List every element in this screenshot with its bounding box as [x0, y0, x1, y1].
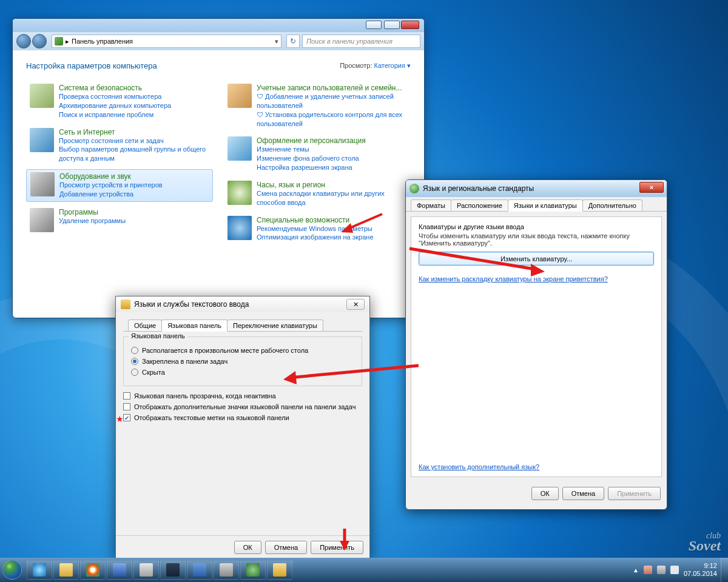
address-bar[interactable]: ▸ Панель управления ▾: [52, 35, 281, 48]
category-item[interactable]: Система и безопасностьПроверка состояния…: [26, 81, 213, 122]
maximize-button[interactable]: [384, 21, 400, 29]
back-button[interactable]: [16, 34, 31, 48]
category-link[interactable]: Рекомендуемые Windows параметры: [257, 224, 374, 233]
tab-Расположение[interactable]: Расположение: [451, 199, 508, 211]
taskbar-button[interactable]: [53, 560, 79, 580]
cp-navbar: ▸ Панель управления ▾ ↻ Поиск в панели у…: [13, 32, 424, 50]
tray-up-chevron-icon[interactable]: ▲: [633, 567, 639, 574]
sovet-watermark: club Sovet: [689, 532, 721, 553]
category-item[interactable]: Оформление и персонализацияИзменение тем…: [224, 134, 411, 175]
taskbar-button[interactable]: [80, 560, 106, 580]
cancel-button[interactable]: Отмена: [265, 541, 307, 554]
tab-Общие[interactable]: Общие: [128, 319, 162, 331]
category-item[interactable]: Часы, язык и регионСмена раскладки клави…: [224, 178, 411, 210]
category-link[interactable]: Поиск и исправление проблем: [59, 110, 171, 119]
taskbar-button[interactable]: [187, 560, 212, 580]
network-icon[interactable]: [670, 566, 679, 574]
category-item[interactable]: Оборудование и звукПросмотр устройств и …: [26, 169, 213, 202]
category-item[interactable]: Сеть и ИнтернетПросмотр состояния сети и…: [26, 125, 213, 166]
taskbar-button[interactable]: [133, 560, 159, 580]
category-link[interactable]: 🛡 Установка родительского контроля для в…: [257, 110, 407, 129]
tab-Форматы[interactable]: Форматы: [411, 199, 451, 211]
forward-button[interactable]: [32, 34, 47, 48]
category-link[interactable]: 🛡 Добавление и удаление учетных записей …: [257, 92, 407, 110]
category-link[interactable]: Проверка состояния компьютера: [59, 92, 171, 101]
taskbar-button[interactable]: [214, 560, 239, 580]
tab-Дополнительно[interactable]: Дополнительно: [582, 199, 642, 211]
change-keyboard-button[interactable]: Изменить клавиатуру...: [419, 252, 654, 266]
system-clock[interactable]: 9:12 07.05.2014: [684, 562, 717, 577]
welcome-screen-link[interactable]: Как изменить раскладку клавиатуры на экр…: [419, 275, 654, 283]
category-link[interactable]: Добавление устройства: [59, 190, 163, 199]
close-button[interactable]: ✕: [346, 299, 365, 310]
refresh-button[interactable]: ↻: [286, 35, 300, 48]
radio-option[interactable]: Скрыта: [131, 369, 354, 376]
close-button[interactable]: ×: [639, 182, 664, 193]
category-link[interactable]: Просмотр устройств и принтеров: [59, 181, 163, 190]
category-link[interactable]: Смена раскладки клавиатуры или других сп…: [257, 189, 407, 207]
category-icon: [228, 136, 252, 161]
breadcrumb[interactable]: Панель управления: [72, 38, 133, 45]
install-language-link[interactable]: Как установить дополнительный язык?: [419, 463, 654, 470]
start-button[interactable]: [0, 558, 24, 582]
dialog-title: Язык и региональные стандарты: [423, 184, 534, 193]
checkbox-icon: [123, 392, 130, 400]
category-link[interactable]: Выбор параметров домашней группы и общег…: [59, 145, 209, 163]
ok-button[interactable]: ОК: [531, 487, 559, 500]
rg-tabs: ФорматыРасположениеЯзыки и клавиатурыДоп…: [406, 197, 667, 212]
taskbar-button[interactable]: [27, 560, 52, 580]
apply-button[interactable]: Применить: [311, 541, 363, 554]
radio-option[interactable]: Располагается в произвольном месте рабоч…: [131, 347, 354, 354]
category-item[interactable]: ПрограммыУдаление программы: [26, 206, 213, 235]
cancel-button[interactable]: Отмена: [562, 487, 604, 500]
category-link[interactable]: Архивирование данных компьютера: [59, 101, 171, 110]
text-services-dialog: Языки и службы текстового ввода ✕ ОбщиеЯ…: [115, 296, 370, 560]
taskbar-button[interactable]: [107, 560, 132, 580]
show-desktop-button[interactable]: [721, 558, 728, 582]
category-link[interactable]: Оптимизация изображения на экране: [257, 233, 374, 242]
checkbox-option[interactable]: ★Отображать текстовые метки на языковой …: [123, 414, 362, 421]
category-title[interactable]: Часы, язык и регион: [257, 181, 407, 189]
flag-icon[interactable]: [644, 566, 652, 574]
category-title[interactable]: Сеть и Интернет: [59, 128, 209, 136]
breadcrumb-sep: ▸: [66, 38, 69, 45]
app-icon: [193, 563, 206, 577]
close-button[interactable]: [401, 21, 419, 29]
checkbox-option[interactable]: Отображать дополнительные значки языково…: [123, 403, 362, 410]
tab-Языковая панель[interactable]: Языковая панель: [161, 319, 228, 332]
category-title[interactable]: Оборудование и звук: [59, 172, 163, 181]
view-mode-dropdown[interactable]: Категория ▾: [374, 62, 411, 69]
category-title[interactable]: Учетные записи пользователей и семейн...: [257, 84, 407, 92]
category-title[interactable]: Оформление и персонализация: [257, 136, 366, 145]
category-icon: [228, 216, 252, 240]
taskbar-button[interactable]: [240, 560, 266, 580]
group-title: Языковая панель: [129, 332, 187, 340]
category-item[interactable]: Учетные записи пользователей и семейн...…: [224, 81, 411, 130]
category-link[interactable]: Настройка разрешения экрана: [257, 163, 366, 172]
tab-Языки и клавиатуры[interactable]: Языки и клавиатуры: [508, 199, 583, 212]
category-item[interactable]: Специальные возможностиРекомендуемые Win…: [224, 213, 411, 245]
volume-icon[interactable]: [657, 566, 666, 574]
category-link[interactable]: Изменение фона рабочего стола: [257, 154, 366, 163]
category-title[interactable]: Система и безопасность: [59, 84, 171, 92]
category-link[interactable]: Просмотр состояния сети и задач: [59, 136, 209, 146]
category-icon: [30, 172, 55, 196]
taskbar-button[interactable]: [160, 560, 186, 580]
tab-Переключение клавиатуры[interactable]: Переключение клавиатуры: [227, 319, 323, 331]
category-title[interactable]: Специальные возможности: [257, 216, 374, 224]
app-icon: [273, 563, 286, 577]
radio-option[interactable]: Закреплена в панели задач: [131, 358, 354, 365]
view-label: Просмотр:: [340, 62, 372, 69]
ok-button[interactable]: ОК: [234, 541, 261, 554]
category-link[interactable]: Изменение темы: [257, 145, 366, 154]
minimize-button[interactable]: [366, 21, 382, 29]
category-link[interactable]: Удаление программы: [59, 216, 126, 226]
apply-button[interactable]: Применить: [608, 487, 661, 500]
category-icon: [228, 84, 252, 108]
category-icon: [30, 208, 54, 232]
taskbar-button[interactable]: [267, 560, 292, 580]
category-title[interactable]: Программы: [59, 208, 126, 216]
search-input[interactable]: Поиск в панели управления: [302, 35, 420, 48]
checkbox-icon: [123, 414, 130, 421]
checkbox-option[interactable]: Языковая панель прозрачна, когда неактив…: [123, 392, 362, 400]
